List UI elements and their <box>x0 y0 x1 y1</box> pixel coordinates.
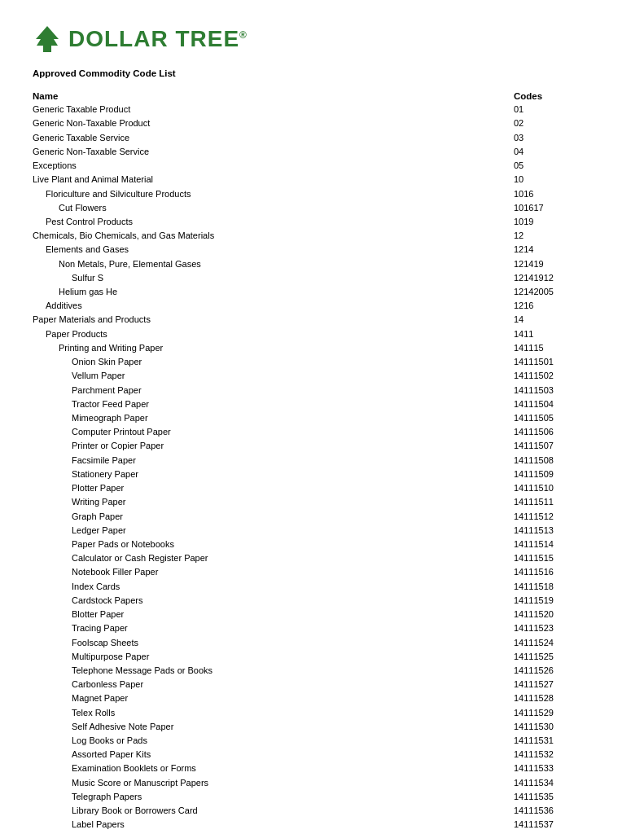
row-name: Examination Booklets or Forms <box>33 762 514 775</box>
row-name: Elements and Gases <box>33 243 514 257</box>
row-code: 14111526 <box>514 664 611 678</box>
table-row: Chemicals, Bio Chemicals, and Gas Materi… <box>33 229 611 243</box>
table-row: Pest Control Products1019 <box>33 215 611 229</box>
row-code: 14111509 <box>514 467 611 481</box>
table-row: Writing Paper14111511 <box>33 495 611 509</box>
row-name: Generic Taxable Service <box>33 130 514 144</box>
row-name: Telephone Message Pads or Books <box>33 664 514 678</box>
row-code: 14111504 <box>514 397 611 411</box>
row-name: Tractor Feed Paper <box>33 397 514 411</box>
row-name: Chemicals, Bio Chemicals, and Gas Materi… <box>33 229 514 243</box>
row-code: 1016 <box>514 187 611 200</box>
table-row: Telegraph Papers14111535 <box>33 790 611 804</box>
row-name: Notebook Filler Paper <box>33 565 514 579</box>
row-name: Printer or Copier Paper <box>33 439 514 453</box>
row-name: Generic Non-Taxable Service <box>33 145 514 159</box>
row-code: 14111506 <box>514 425 611 439</box>
table-row: Paper Materials and Products14 <box>33 313 611 327</box>
row-code: 14111535 <box>514 790 611 804</box>
row-name: Printing and Writing Paper <box>33 341 514 355</box>
row-code: 03 <box>514 130 611 144</box>
row-code: 1216 <box>514 299 611 313</box>
table-row: Magnet Paper14111528 <box>33 691 611 705</box>
row-code: 14 <box>514 313 611 327</box>
table-row: Sulfur S12141912 <box>33 271 611 285</box>
document-title: Approved Commodity Code List <box>33 68 611 78</box>
table-row: Ledger Paper14111513 <box>33 524 611 538</box>
row-name: Vellum Paper <box>33 369 514 383</box>
table-row: Label Papers14111537 <box>33 818 611 832</box>
table-row: Self Adhesive Note Paper14111530 <box>33 720 611 734</box>
table-row: Multipurpose Paper14111525 <box>33 650 611 664</box>
row-code: 14111512 <box>514 509 611 523</box>
row-code: 02 <box>514 116 611 130</box>
row-code: 14111505 <box>514 411 611 425</box>
row-name: Telegraph Papers <box>33 790 514 804</box>
table-row: Cut Flowers101617 <box>33 201 611 215</box>
table-row: Carbonless Paper14111527 <box>33 678 611 691</box>
row-name: Generic Taxable Product <box>33 103 514 116</box>
table-row: Paper Products1411 <box>33 327 611 341</box>
row-code: 14111520 <box>514 608 611 621</box>
table-row: Tractor Feed Paper14111504 <box>33 397 611 411</box>
row-code: 14111510 <box>514 481 611 495</box>
table-row: Printer or Copier Paper14111507 <box>33 439 611 453</box>
row-name: Telex Rolls <box>33 705 514 719</box>
table-row: Helium gas He12142005 <box>33 285 611 299</box>
row-code: 14111536 <box>514 804 611 818</box>
row-name: Live Plant and Animal Material <box>33 173 514 187</box>
table-row: Live Plant and Animal Material10 <box>33 173 611 187</box>
row-code: 14111537 <box>514 818 611 832</box>
row-code: 14111515 <box>514 551 611 565</box>
row-code: 14111530 <box>514 720 611 734</box>
row-name: Paper Products <box>33 327 514 341</box>
table-row: Calculator or Cash Register Paper1411151… <box>33 551 611 565</box>
table-row: Foolscap Sheets14111524 <box>33 635 611 649</box>
row-name: Magnet Paper <box>33 691 514 705</box>
table-row: Stationery Paper14111509 <box>33 467 611 481</box>
row-code: 04 <box>514 145 611 159</box>
table-row: Music Score or Manuscript Papers14111534 <box>33 776 611 790</box>
row-name: Calculator or Cash Register Paper <box>33 551 514 565</box>
table-row: Examination Booklets or Forms14111533 <box>33 762 611 775</box>
logo-area: DOLLAR TREE® <box>33 24 611 54</box>
table-row: Generic Taxable Service03 <box>33 130 611 144</box>
row-name: Paper Pads or Notebooks <box>33 538 514 551</box>
table-row: Mimeograph Paper14111505 <box>33 411 611 425</box>
table-row: Computer Printout Paper14111506 <box>33 425 611 439</box>
row-code: 14111527 <box>514 678 611 691</box>
row-name: Tracing Paper <box>33 621 514 635</box>
row-name: Ledger Paper <box>33 524 514 538</box>
table-row: Generic Non-Taxable Service04 <box>33 145 611 159</box>
table-row: Elements and Gases1214 <box>33 243 611 257</box>
row-code: 14111528 <box>514 691 611 705</box>
row-name: Cut Flowers <box>33 201 514 215</box>
row-code: 14111507 <box>514 439 611 453</box>
table-row: Log Books or Pads14111531 <box>33 734 611 748</box>
row-name: Label Papers <box>33 818 514 832</box>
commodity-code-table: Name Codes Generic Taxable Product01Gene… <box>33 90 611 834</box>
row-name: Generic Non-Taxable Product <box>33 116 514 130</box>
row-name: Pest Control Products <box>33 215 514 229</box>
row-name: Mimeograph Paper <box>33 411 514 425</box>
row-name: Onion Skin Paper <box>33 355 514 369</box>
table-row: Exceptions05 <box>33 159 611 173</box>
row-code: 12 <box>514 229 611 243</box>
table-row: Paper Pads or Notebooks14111514 <box>33 538 611 551</box>
row-name: Self Adhesive Note Paper <box>33 720 514 734</box>
row-code: 101617 <box>514 201 611 215</box>
row-name: Assorted Paper Kits <box>33 748 514 762</box>
table-row: Tracing Paper14111523 <box>33 621 611 635</box>
row-name: Computer Printout Paper <box>33 425 514 439</box>
row-name: Non Metals, Pure, Elemental Gases <box>33 257 514 270</box>
table-row: Blotter Paper14111520 <box>33 608 611 621</box>
col-header-codes: Codes <box>514 90 611 103</box>
row-code: 12142005 <box>514 285 611 299</box>
row-code: 14111523 <box>514 621 611 635</box>
table-row: Index Cards14111518 <box>33 579 611 593</box>
table-row: Plotter Paper14111510 <box>33 481 611 495</box>
table-row: Generic Taxable Product01 <box>33 103 611 116</box>
row-name: Cardstock Papers <box>33 594 514 608</box>
row-code: 14111529 <box>514 705 611 719</box>
row-code: 14111508 <box>514 453 611 467</box>
